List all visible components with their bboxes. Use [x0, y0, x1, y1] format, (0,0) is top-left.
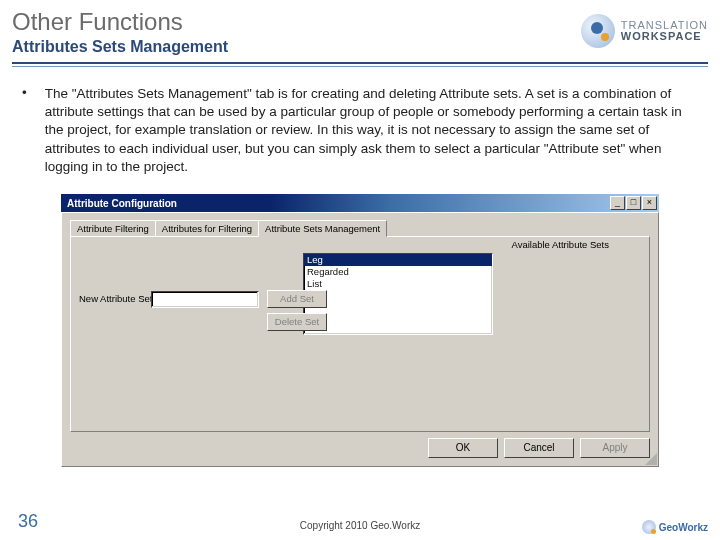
screenshot-window: Attribute Configuration _ □ × Attribute … — [61, 194, 659, 467]
brand-icon — [581, 14, 615, 48]
list-item[interactable]: Regarded — [304, 266, 492, 278]
new-set-input[interactable] — [151, 291, 259, 308]
brand-logo: TRANSLATION WORKSPACE — [581, 14, 708, 48]
close-icon[interactable]: × — [642, 196, 657, 210]
window-titlebar: Attribute Configuration _ □ × — [61, 194, 659, 212]
header-subline — [12, 66, 708, 67]
slide-header: Other Functions Attributes Sets Manageme… — [0, 0, 720, 71]
resize-handle-icon[interactable] — [645, 453, 657, 465]
available-sets-label: Available Attribute Sets — [511, 239, 609, 250]
bullet-marker: • — [22, 85, 27, 176]
dialog-button-row: OK Cancel Apply — [70, 438, 650, 458]
available-sets-listbox[interactable]: Leg Regarded List Wiki — [303, 253, 493, 335]
maximize-icon[interactable]: □ — [626, 196, 641, 210]
footer-logo: GeoWorkz — [642, 520, 708, 534]
ok-button[interactable]: OK — [428, 438, 498, 458]
delete-set-button[interactable]: Delete Set — [267, 313, 327, 331]
apply-button[interactable]: Apply — [580, 438, 650, 458]
header-underline — [12, 62, 708, 64]
window-title: Attribute Configuration — [67, 198, 177, 209]
slide-body: • The "Attributes Sets Management" tab i… — [0, 71, 720, 467]
brand-text-line2: WORKSPACE — [621, 31, 708, 42]
tab-panel: Available Attribute Sets Leg Regarded Li… — [70, 236, 650, 432]
tab-bar: Attribute Filtering Attributes for Filte… — [70, 219, 650, 236]
footer-logo-icon — [642, 520, 656, 534]
new-set-label: New Attribute Set: — [79, 293, 155, 304]
tab-attribute-sets-management[interactable]: Attribute Sets Management — [258, 220, 387, 237]
add-set-button[interactable]: Add Set — [267, 290, 327, 308]
tab-attribute-filtering[interactable]: Attribute Filtering — [70, 220, 156, 237]
footer-logo-text: GeoWorkz — [659, 522, 708, 533]
cancel-button[interactable]: Cancel — [504, 438, 574, 458]
footer-copyright: Copyright 2010 Geo.Workz — [0, 510, 720, 540]
list-item[interactable]: List — [304, 278, 492, 290]
list-item[interactable]: Wiki — [304, 290, 492, 302]
list-item[interactable]: Leg — [304, 254, 492, 266]
minimize-icon[interactable]: _ — [610, 196, 625, 210]
tab-attributes-for-filtering[interactable]: Attributes for Filtering — [155, 220, 259, 237]
body-paragraph: The "Attributes Sets Management" tab is … — [45, 85, 698, 176]
dialog-body: Attribute Filtering Attributes for Filte… — [61, 212, 659, 467]
